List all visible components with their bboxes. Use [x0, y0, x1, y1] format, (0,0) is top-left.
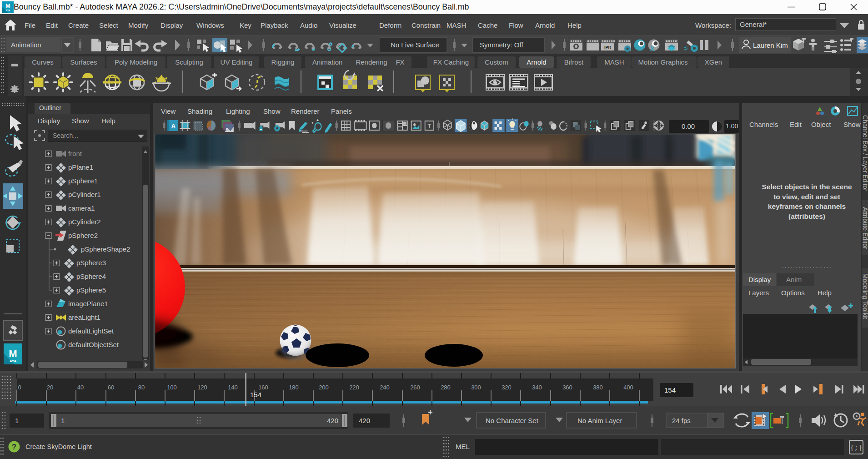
svg-text:Rigging: Rigging: [271, 58, 295, 66]
svg-text:60: 60: [108, 384, 114, 391]
svg-text:154: 154: [664, 386, 676, 394]
svg-text:260: 260: [410, 384, 420, 391]
svg-text:AYA: AYA: [5, 9, 10, 12]
svg-text:24 fps: 24 fps: [672, 417, 691, 424]
svg-text:X: X: [650, 45, 655, 52]
svg-text:300: 300: [471, 384, 481, 391]
svg-text:imagePlane1: imagePlane1: [68, 300, 108, 308]
svg-text:340: 340: [532, 384, 542, 391]
svg-text:380: 380: [593, 384, 603, 391]
svg-text:MASH: MASH: [604, 58, 624, 66]
svg-text:Bifrost: Bifrost: [564, 58, 584, 66]
svg-text:Arnold: Arnold: [527, 58, 546, 66]
svg-text:UV Editing: UV Editing: [221, 58, 253, 66]
svg-text:Animation: Animation: [312, 58, 343, 66]
svg-text:pCylinder2: pCylinder2: [68, 218, 101, 226]
svg-text:420: 420: [359, 417, 370, 424]
svg-text:pSphere4: pSphere4: [76, 272, 106, 280]
svg-text:{;}: {;}: [850, 444, 862, 452]
svg-text:Lauren Kim: Lauren Kim: [753, 41, 788, 49]
svg-text:pPlane1: pPlane1: [68, 163, 93, 171]
svg-text:pSphere5: pSphere5: [76, 286, 106, 294]
svg-text:360: 360: [562, 384, 572, 391]
svg-text:420: 420: [327, 417, 338, 424]
svg-text:200: 200: [319, 384, 329, 391]
svg-text:20: 20: [47, 384, 53, 391]
svg-text:XGen: XGen: [705, 58, 722, 66]
svg-text:120: 120: [197, 384, 207, 391]
svg-text:areaLight1: areaLight1: [68, 313, 100, 321]
svg-text:?: ?: [12, 443, 16, 451]
svg-text:280: 280: [441, 384, 451, 391]
svg-text:1: 1: [61, 417, 65, 424]
svg-text:IPR: IPR: [604, 45, 612, 50]
svg-text:camera1: camera1: [68, 204, 95, 212]
svg-text:pSphere3: pSphere3: [76, 259, 106, 267]
svg-text:40: 40: [77, 384, 84, 391]
svg-text:pSphere1: pSphere1: [68, 177, 98, 185]
svg-text:front: front: [68, 150, 82, 157]
svg-text:160: 160: [258, 384, 268, 391]
svg-text:AYA: AYA: [10, 359, 17, 363]
svg-text:T: T: [428, 122, 431, 130]
svg-text:154: 154: [250, 391, 261, 398]
svg-text:pCylinder1: pCylinder1: [68, 191, 101, 198]
svg-text:No Character Set: No Character Set: [486, 417, 539, 424]
svg-text:FX: FX: [396, 58, 404, 66]
svg-text:M: M: [9, 348, 17, 359]
svg-text:Custom: Custom: [485, 58, 508, 66]
svg-text:pSphereShape2: pSphereShape2: [81, 245, 130, 253]
svg-text:140: 140: [228, 384, 238, 391]
svg-text:Sculpting: Sculpting: [175, 58, 203, 66]
svg-text:M: M: [5, 2, 10, 9]
svg-text:100: 100: [167, 384, 177, 391]
svg-text:320: 320: [502, 384, 512, 391]
svg-text:Curves: Curves: [32, 58, 54, 66]
svg-text:Create SkyDome Light: Create SkyDome Light: [25, 443, 92, 450]
svg-text:No Anim Layer: No Anim Layer: [577, 417, 622, 424]
svg-text:defaultObjectSet: defaultObjectSet: [68, 341, 119, 348]
svg-text:MEL: MEL: [456, 443, 470, 450]
svg-text:Rendering: Rendering: [356, 58, 387, 66]
svg-text:240: 240: [380, 384, 390, 391]
svg-text:220: 220: [349, 384, 359, 391]
svg-text:400: 400: [623, 384, 633, 391]
svg-text:pSphere2: pSphere2: [68, 232, 98, 239]
svg-text:80: 80: [138, 384, 145, 391]
svg-text:0: 0: [18, 384, 21, 391]
svg-text:Poly Modeling: Poly Modeling: [115, 58, 157, 66]
svg-text:1: 1: [15, 417, 19, 424]
svg-text:defaultLightSet: defaultLightSet: [68, 327, 114, 335]
svg-text:180: 180: [289, 384, 299, 391]
svg-text:Surfaces: Surfaces: [70, 58, 97, 66]
svg-text:Motion Graphics: Motion Graphics: [638, 58, 687, 66]
svg-text:A: A: [171, 122, 176, 130]
svg-text:FX Caching: FX Caching: [433, 58, 469, 66]
